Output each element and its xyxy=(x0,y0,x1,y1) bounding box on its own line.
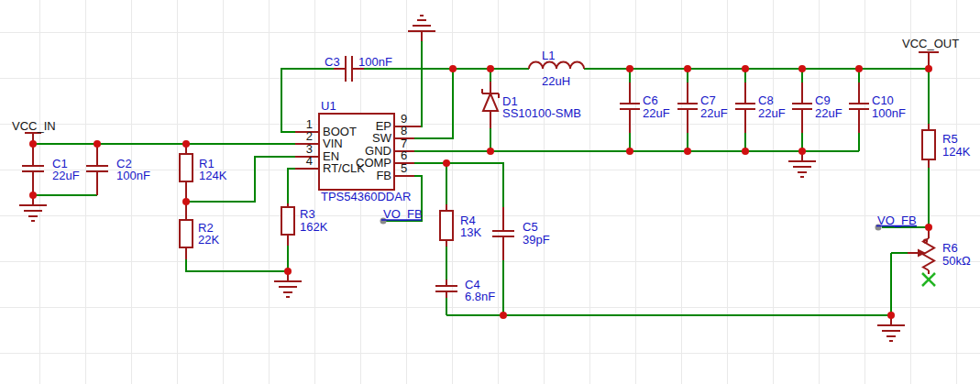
value-label-c10[interactable]: 100nF xyxy=(872,106,906,120)
no-connect-icon xyxy=(922,273,935,286)
value-label-c9[interactable]: 22uF xyxy=(815,106,842,120)
value-label-d1[interactable]: SS10100-SMB xyxy=(502,106,581,120)
resistor-r3[interactable] xyxy=(281,203,294,246)
capacitor-c8[interactable] xyxy=(735,82,755,133)
value-label-r5[interactable]: 124K xyxy=(942,145,971,159)
pin-number: 2 xyxy=(306,129,313,143)
value-label-c2[interactable]: 100nF xyxy=(116,169,150,182)
inductor-l1[interactable] xyxy=(529,62,584,69)
ref-label-r3[interactable]: R3 xyxy=(300,207,315,221)
pin-number: 4 xyxy=(306,154,313,168)
ref-label-l1[interactable]: L1 xyxy=(542,49,555,62)
ground-symbol[interactable] xyxy=(788,151,816,177)
pin-name: SW xyxy=(372,131,392,145)
value-label-l1[interactable]: 22uH xyxy=(542,74,570,88)
pin-number: 6 xyxy=(401,148,407,162)
net-label-vo-fb[interactable]: VO_FB xyxy=(877,214,917,227)
capacitor-c1[interactable] xyxy=(22,144,44,195)
ref-label-c10[interactable]: C10 xyxy=(872,93,894,107)
pin-number: 8 xyxy=(401,124,407,137)
value-label-c1[interactable]: 22uF xyxy=(52,169,80,182)
value-label-r6[interactable]: 50kΩ xyxy=(942,254,971,268)
ic-part-label[interactable]: TPS54360DDAR xyxy=(321,190,411,203)
power-flag-vcc-out[interactable]: VCC_OUT xyxy=(902,37,959,69)
ground-symbol[interactable] xyxy=(877,315,905,341)
ground-symbol[interactable] xyxy=(408,16,435,41)
resistor-r4[interactable] xyxy=(440,204,453,247)
pin-name: COMP xyxy=(356,156,391,170)
ref-label-c8[interactable]: C8 xyxy=(758,93,774,107)
value-label-r3[interactable]: 162K xyxy=(300,220,328,234)
net-label-vcc-in[interactable]: VCC_IN xyxy=(12,119,56,133)
schematic-canvas[interactable]: U1 TPS54360DDAR 1 2 3 4 9 8 7 6 5 BOOT V… xyxy=(0,0,980,384)
wire-net[interactable] xyxy=(33,40,929,315)
net-label-vcc-out[interactable]: VCC_OUT xyxy=(902,37,959,50)
potentiometer-r6[interactable] xyxy=(908,227,935,286)
resistor-r5[interactable] xyxy=(922,124,935,168)
resistor-r2[interactable] xyxy=(180,202,193,259)
value-label-r1[interactable]: 124K xyxy=(199,169,227,182)
ref-label-c7[interactable]: C7 xyxy=(700,93,716,107)
capacitor-c5[interactable] xyxy=(492,207,514,260)
net-label-vo-fb[interactable]: VO_FB xyxy=(383,207,423,221)
ref-label-c9[interactable]: C9 xyxy=(815,93,831,107)
ref-label-c5[interactable]: C5 xyxy=(523,220,538,234)
value-label-r4[interactable]: 13K xyxy=(460,225,481,239)
capacitor-c4[interactable] xyxy=(435,280,457,298)
resistor-r1[interactable] xyxy=(180,144,193,202)
ref-label-c6[interactable]: C6 xyxy=(643,93,658,107)
value-label-c6[interactable]: 22uF xyxy=(643,106,670,120)
value-label-r2[interactable]: 22K xyxy=(198,233,219,247)
ref-label-r5[interactable]: R5 xyxy=(942,132,958,146)
capacitor-c7[interactable] xyxy=(677,82,698,133)
diode-d1[interactable] xyxy=(482,82,499,128)
ref-label-c3[interactable]: C3 xyxy=(325,55,340,69)
value-label-c3[interactable]: 100nF xyxy=(358,55,392,69)
ref-label-r6[interactable]: R6 xyxy=(942,241,958,255)
pin-name: FB xyxy=(376,169,391,182)
capacitor-c9[interactable] xyxy=(792,82,812,133)
ground-symbol[interactable] xyxy=(274,271,302,297)
value-label-c7[interactable]: 22uF xyxy=(700,106,728,120)
pin-name: VIN xyxy=(323,137,343,150)
power-flag-vcc-in[interactable]: VCC_IN xyxy=(12,119,56,144)
ic-u1[interactable]: U1 TPS54360DDAR 1 2 3 4 9 8 7 6 5 BOOT V… xyxy=(295,99,421,203)
capacitor-c10[interactable] xyxy=(849,82,869,133)
ic-ref-label[interactable]: U1 xyxy=(321,99,336,113)
value-label-c8[interactable]: 22uF xyxy=(758,106,786,120)
value-label-c4[interactable]: 6.8nF xyxy=(465,290,495,303)
ground-symbol[interactable] xyxy=(19,195,47,221)
value-label-c5[interactable]: 39pF xyxy=(523,233,550,247)
capacitor-c2[interactable] xyxy=(86,144,108,195)
capacitor-c6[interactable] xyxy=(620,82,640,133)
pin-number: 5 xyxy=(401,161,407,175)
